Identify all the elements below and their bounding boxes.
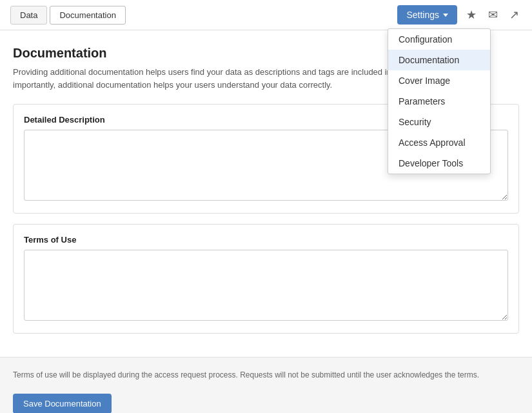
star-icon: ★ (466, 8, 477, 21)
email-icon: ✉ (488, 8, 498, 21)
tab-data[interactable]: Data (10, 6, 47, 25)
tab-documentation[interactable]: Documentation (50, 6, 125, 25)
terms-of-use-label: Terms of Use (24, 235, 508, 245)
settings-dropdown: Configuration Documentation Cover Image … (388, 28, 491, 174)
bottom-section: Terms of use will be displayed during th… (0, 357, 532, 413)
top-bar: Data Documentation Settings Configuratio… (0, 0, 532, 30)
terms-of-use-section: Terms of Use (13, 224, 519, 334)
settings-button[interactable]: Settings (397, 5, 457, 25)
terms-of-use-input[interactable] (24, 250, 508, 321)
dropdown-item-parameters[interactable]: Parameters (388, 91, 490, 112)
dropdown-item-cover-image[interactable]: Cover Image (388, 70, 490, 91)
dropdown-item-security[interactable]: Security (388, 112, 490, 132)
chevron-down-icon (443, 14, 448, 17)
dropdown-item-configuration[interactable]: Configuration (388, 29, 490, 50)
terms-help-text: Terms of use will be displayed during th… (13, 369, 519, 381)
save-documentation-button[interactable]: Save Documentation (13, 394, 112, 413)
settings-label: Settings (406, 10, 439, 20)
tab-group: Data Documentation (10, 6, 126, 25)
star-button[interactable]: ★ (464, 5, 479, 25)
dropdown-item-documentation[interactable]: Documentation (388, 50, 490, 70)
dropdown-item-developer-tools[interactable]: Developer Tools (388, 153, 490, 174)
external-link-button[interactable]: ↗ (507, 5, 522, 25)
email-button[interactable]: ✉ (486, 5, 500, 25)
external-link-icon: ↗ (509, 8, 519, 21)
form-footer: Save Documentation (13, 391, 519, 413)
top-actions: Settings Configuration Documentation Cov… (397, 5, 522, 25)
dropdown-item-access-approval[interactable]: Access Approval (388, 132, 490, 153)
